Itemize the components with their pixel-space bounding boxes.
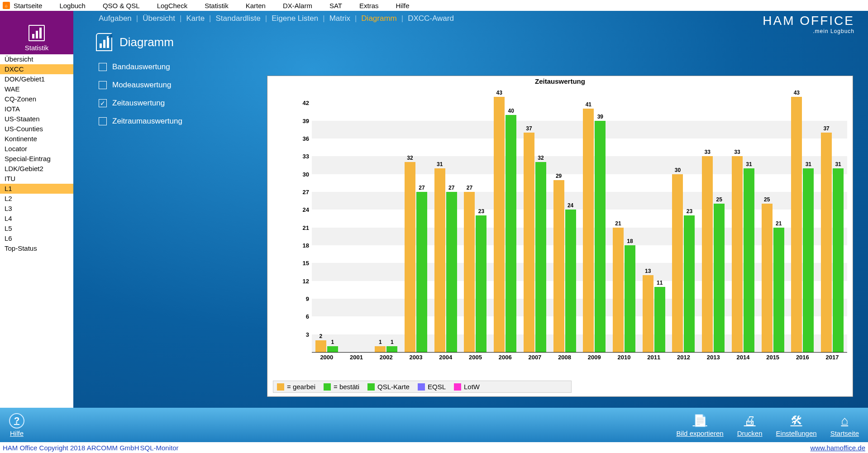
help-button[interactable]: ? Hilfe [9,413,24,437]
legend-item: = bestäti [324,383,359,391]
x-tick: 2007 [520,353,550,362]
bar: 27 [446,192,457,352]
year-group: 3127 [431,85,461,352]
sidebar-item[interactable]: DOK/Gebiet1 [0,74,73,84]
sidebar-item[interactable]: CQ-Zonen [0,94,73,104]
year-group: 3731 [817,85,847,352]
sidebar-item[interactable]: L1 [0,184,73,194]
subtab[interactable]: Karte [186,14,205,23]
subtab[interactable]: Matrix [329,14,350,23]
status-bar: HAM Office Copyright 2018 ARCOMM GmbH SQ… [0,442,868,453]
sidebar-item[interactable]: US-Counties [0,124,73,134]
chart-option[interactable]: Bandauswertung [99,58,868,76]
bar: 2 [315,340,326,352]
year-group: 1311 [639,85,669,352]
sql-monitor-label[interactable]: SQL-Monitor [140,444,178,452]
chart-panel: Zeitauswertung 3691215182124273033363942… [267,76,853,397]
bar: 32 [535,162,546,352]
subtab[interactable]: Übersicht [143,14,175,23]
menu-item[interactable]: Startseite [14,2,42,10]
x-tick: 2010 [609,353,639,362]
print-icon: 🖨 [742,413,758,429]
bar: 27 [464,192,475,352]
year-group: 3325 [698,85,728,352]
chart-title: Zeitauswertung [267,76,853,85]
bar: 29 [553,180,564,352]
toolbar-button[interactable]: 📄Bild exportieren [676,413,723,437]
content-area: HAM OFFICE .mein Logbuch Aufgaben|Übersi… [73,11,868,408]
x-tick: 2013 [698,353,728,362]
year-group: 3732 [520,85,550,352]
option-label: Zeitauswertung [112,99,165,108]
copyright-text: HAM Office Copyright 2018 ARCOMM GmbH [3,444,139,452]
bar: 25 [762,204,773,352]
bar: 18 [625,245,635,352]
sidebar-item[interactable]: LDK/Gebiet2 [0,164,73,174]
x-tick: 2002 [371,353,401,362]
x-tick: 2001 [342,353,372,362]
subtab[interactable]: DXCC-Award [408,14,454,23]
sidebar-item[interactable]: US-Staaten [0,114,73,124]
sidebar-item[interactable]: WAE [0,84,73,94]
sidebar-item[interactable]: L5 [0,224,73,234]
legend-item: EQSL [418,383,446,391]
menu-item[interactable]: DX-Alarm [283,2,312,10]
subtab[interactable]: Diagramm [361,14,396,23]
page-title-row: Diagramm [73,26,868,58]
sidebar-item[interactable]: L4 [0,214,73,224]
subtab[interactable]: Aufgaben [99,14,132,23]
help-label: Hilfe [10,429,24,437]
sidebar-item[interactable]: IOTA [0,104,73,114]
legend-item: QSL-Karte [367,383,410,391]
x-tick: 2014 [728,353,758,362]
subtab[interactable]: Standardliste [216,14,261,23]
chart-y-axis: 3691215182124273033363942 [290,85,312,352]
bar: 11 [654,287,665,352]
sidebar-header-label: Statistik [25,44,49,52]
toolbar-button[interactable]: 🛠Einstellungen [776,413,817,437]
menu-item[interactable]: Hilfe [396,2,410,10]
menu-item[interactable]: LogCheck [157,2,188,10]
sidebar-list: ÜbersichtDXCCDOK/Gebiet1WAECQ-ZonenIOTAU… [0,54,73,408]
subtab[interactable]: Eigene Listen [272,14,318,23]
website-link[interactable]: www.hamoffice.de [811,444,865,452]
menu-item[interactable]: SAT [329,2,342,10]
sidebar-item[interactable]: Locator [0,144,73,154]
sidebar-item[interactable]: Top-Status [0,243,73,253]
sidebar-item[interactable]: Kontinente [0,134,73,144]
menu-item[interactable]: Logbuch [59,2,86,10]
sidebar-item[interactable]: L6 [0,234,73,243]
bar: 13 [643,275,653,352]
x-tick: 2004 [431,353,461,362]
chart-x-axis: 2000200120022003200420052006200720082009… [312,352,847,362]
bar: 37 [524,133,534,352]
year-group [342,85,372,352]
bar: 33 [732,156,743,352]
menu-item[interactable]: Karten [246,2,266,10]
bar: 31 [744,168,754,352]
sub-tabs: Aufgaben|Übersicht|Karte|Standardliste|E… [73,11,868,26]
legend-item: = gearbei [277,383,315,391]
sidebar-item[interactable]: ITU [0,174,73,184]
menu-item[interactable]: QSO & QSL [103,2,140,10]
x-tick: 2006 [490,353,520,362]
sidebar-item[interactable]: L3 [0,204,73,214]
sidebar-item[interactable]: Übersicht [0,54,73,64]
checkbox-icon [99,63,107,71]
sidebar-item[interactable]: DXCC [0,64,73,74]
bar: 25 [714,204,725,352]
sidebar-item[interactable]: Special-Eintrag [0,154,73,164]
checkbox-icon [99,117,107,125]
chart-bars: 2111322731272723434037322924413921181311… [312,85,847,352]
option-label: Bandauswertung [112,62,170,72]
chart-legend: = gearbei= bestätiQSL-KarteEQSLLotW [273,381,572,393]
x-tick: 2012 [669,353,699,362]
menu-item[interactable]: Extras [359,2,379,10]
toolbar-button[interactable]: ⌂Startseite [830,413,859,437]
toolbar-button[interactable]: 🖨Drucken [737,413,763,437]
menu-item[interactable]: Statistik [205,2,229,10]
bar: 31 [434,168,445,352]
x-tick: 2008 [550,353,580,362]
sidebar-item[interactable]: L2 [0,194,73,204]
year-group: 21 [312,85,342,352]
